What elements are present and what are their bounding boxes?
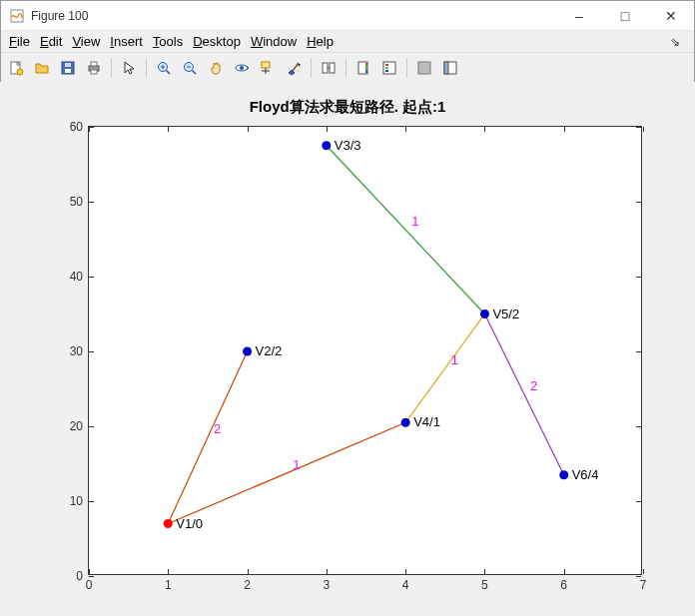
graph-node [164,519,173,528]
legend-icon[interactable] [378,57,400,79]
open-folder-icon[interactable] [31,57,53,79]
svg-rect-27 [383,62,395,74]
colorbar-icon[interactable] [352,57,374,79]
node-label: V6/4 [572,467,599,482]
chart-canvas: 21112V1/0V2/2V3/3V4/1V5/2V6/4 [89,127,641,574]
chart-title: Floyd算法求最短路径. 起点:1 [10,98,685,117]
graph-node [480,309,489,318]
svg-rect-30 [385,70,388,72]
x-tick-label: 0 [86,574,93,592]
svg-rect-8 [91,70,97,74]
menu-desktop[interactable]: Desktop [189,32,245,51]
x-tick-label: 1 [165,574,172,592]
menu-view[interactable]: View [68,32,104,51]
svg-text:▾: ▾ [298,62,301,68]
dock-icon[interactable] [439,57,461,79]
menu-help[interactable]: Help [303,32,338,51]
graph-edge [168,422,405,523]
node-label: V2/2 [256,343,283,358]
node-label: V3/3 [335,138,361,153]
edge-weight-label: 1 [411,214,418,229]
x-tick-label: 5 [481,574,488,592]
edge-weight-label: 2 [214,421,221,436]
dock-menu-icon[interactable]: ⇘ [660,35,690,49]
x-tick-label: 7 [640,574,647,592]
svg-line-10 [167,70,171,74]
data-cursor-icon[interactable] [257,57,279,79]
svg-rect-4 [65,69,71,73]
menu-file[interactable]: File [5,32,34,51]
x-tick-label: 4 [402,574,409,592]
window-controls: – □ ✕ [556,1,694,30]
plot-area: Floyd算法求最短路径. 起点:1 21112V1/0V2/2V3/3V4/1… [0,82,695,616]
svg-rect-18 [262,62,270,68]
svg-rect-31 [418,62,430,74]
axes[interactable]: 21112V1/0V2/2V3/3V4/1V5/2V6/4 0102030405… [88,126,642,575]
y-tick-label: 50 [70,195,89,209]
window-title: Figure 100 [31,9,556,23]
x-tick-label: 2 [244,574,251,592]
edge-weight-label: 2 [530,378,537,393]
y-tick-label: 40 [70,270,89,284]
y-tick-label: 10 [70,494,89,508]
graph-edge [484,314,563,475]
brush-icon[interactable]: ▾ [283,57,305,79]
svg-rect-29 [385,67,388,69]
pointer-icon[interactable] [118,57,140,79]
svg-point-17 [240,66,244,70]
svg-line-14 [193,70,197,74]
y-tick-label: 30 [70,344,89,358]
graph-node [322,141,331,150]
svg-rect-7 [91,62,97,66]
node-label: V4/1 [413,414,440,429]
zoom-out-icon[interactable] [179,57,201,79]
graph-edge [168,351,247,524]
svg-point-2 [17,69,23,75]
save-icon[interactable] [57,57,79,79]
x-tick-label: 3 [324,574,331,592]
edge-weight-label: 1 [451,352,458,367]
close-button[interactable]: ✕ [648,1,694,30]
window-titlebar: Figure 100 – □ ✕ [1,1,694,31]
menubar: File Edit View Insert Tools Desktop Wind… [1,31,694,53]
graph-edge [405,314,484,423]
minimize-button[interactable]: – [556,1,602,30]
svg-rect-5 [65,63,71,67]
graph-edge [327,146,485,314]
menu-window[interactable]: Window [247,32,301,51]
menu-tools[interactable]: Tools [149,32,187,51]
hide-plot-icon[interactable] [413,57,435,79]
svg-rect-33 [444,62,448,74]
app-icon [9,8,25,24]
svg-rect-26 [365,63,367,73]
new-file-icon[interactable] [5,57,27,79]
menu-insert[interactable]: Insert [106,32,147,51]
graph-node [559,470,568,479]
edge-weight-label: 1 [293,457,300,472]
link-plot-icon[interactable] [318,57,340,79]
print-icon[interactable] [83,57,105,79]
y-tick-label: 60 [70,120,89,134]
rotate-3d-icon[interactable] [231,57,253,79]
y-tick-label: 20 [70,419,89,433]
maximize-button[interactable]: □ [602,1,648,30]
node-label: V5/2 [492,307,519,321]
svg-rect-28 [385,64,388,66]
graph-node [401,418,410,427]
toolbar: ▾ [1,53,694,83]
x-tick-label: 6 [560,574,567,592]
pan-icon[interactable] [205,57,227,79]
node-label: V1/0 [176,516,203,531]
graph-node [243,347,252,356]
menu-edit[interactable]: Edit [36,32,66,51]
zoom-in-icon[interactable] [153,57,175,79]
